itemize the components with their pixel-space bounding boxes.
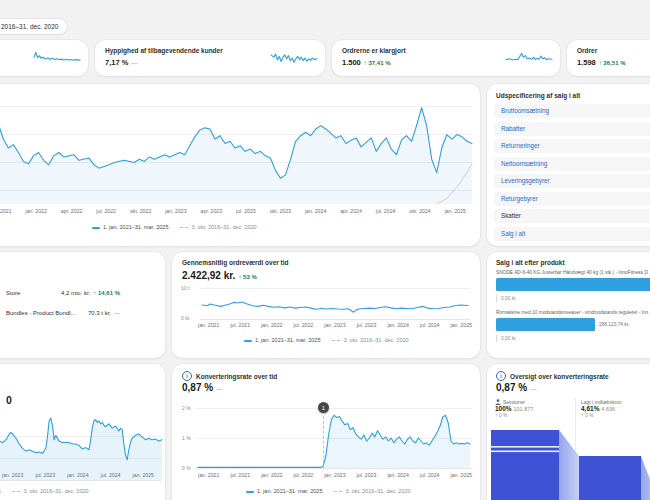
legend-previous-label: 3. okt. 2016–31. dec. 2020 (191, 224, 256, 230)
analytics-dashboard: 2016–31. dec. 2020 Hyppighed af tilbagev… (0, 0, 650, 500)
funnel-step-pct: 4,61% (581, 405, 599, 412)
aov-card: Gennemsnitlig ordreværdi over tid 2.422,… (172, 252, 480, 358)
axis-label: jan. 2024 (67, 472, 88, 478)
axis-label: jan. 2023 (2, 472, 23, 478)
axis-label: jan. 2021 (198, 322, 219, 328)
breakdown-item-bruttoomsaetning[interactable]: Bruttoomsætning (494, 104, 650, 118)
axis-label: jan. 2023 (324, 472, 345, 478)
breakdown-item-nettoomsaetning[interactable]: Nettoomsætning (494, 157, 650, 171)
breakdown-item-returgebyrer[interactable]: Returgebyrer (494, 192, 650, 206)
metric-card-orders-fulfilled[interactable]: Ordrerne er klargjort 1.500↑ 37,41 % (332, 40, 560, 76)
comparison-tail-line (0, 92, 472, 204)
conversion-rate-card: i Konverteringsrate over tid 0,87 %— 2 %… (172, 364, 480, 500)
breakdown-item-salg-i-alt[interactable]: Salg i alt (494, 227, 650, 241)
metric-delta: — (131, 60, 137, 66)
product-bar[interactable] (496, 318, 595, 331)
axis-label: jul. 2022 (96, 208, 116, 214)
axis-label: apr. 2023 (201, 208, 223, 214)
product-bar-value: 288.123,74 kr. (599, 322, 629, 327)
funnel-chart (491, 430, 650, 500)
marker-label: 1 (322, 405, 325, 411)
axis-label: 2021 (0, 208, 12, 214)
y-axis-label: 2 % (182, 405, 191, 411)
axis-label: jan. 2021 (198, 472, 219, 478)
info-icon[interactable]: i (496, 371, 506, 381)
breakdown-item-leveringsgebyrer[interactable]: Leveringsgebyrer (494, 174, 650, 188)
metric-value: 7,17 % (105, 58, 128, 67)
chart-legend: 1. jan. 2021–31. mar. 2025 3. okt. 2016–… (0, 488, 89, 494)
sparkline-chart (506, 50, 552, 66)
metric-value: 1.500 (342, 58, 361, 67)
funnel-value: 0,87 % (496, 382, 527, 393)
axis-label: apr. 2022 (61, 208, 83, 214)
axis-label: jul. 2023 (357, 472, 377, 478)
product-compare-value: 0,00 kr. (496, 335, 517, 342)
sales-by-product-card: Salg i alt efter produkt SNODE AD-6-40 K… (487, 252, 650, 358)
metric-card-returning-customers[interactable]: Hyppighed af tilbagevendende kunder 7,17… (95, 40, 325, 76)
axis-label: jul. 2022 (294, 322, 314, 328)
axis-label: jul. 2021 (230, 472, 250, 478)
axis-label: jul. 2024 (420, 322, 440, 328)
metric-title: Ordrerne er klargjort (342, 47, 406, 54)
sparkline-chart (271, 50, 317, 66)
conversion-line-chart (198, 408, 470, 468)
y-axis-label: 0 % (182, 465, 191, 471)
breakdown-item-skatter[interactable]: Skatter (494, 209, 650, 223)
y-axis-label-top: 10 t. (181, 285, 191, 291)
x-axis-labels: jan. 2023jul. 2023jan. 2024jul. 2024jan.… (2, 472, 154, 478)
x-axis-labels: jan. 2021jul. 2021jan. 2022jul. 2022jan.… (198, 322, 472, 328)
conversion-value: 0,87 % (182, 382, 213, 393)
aov-line-chart (202, 289, 468, 318)
product-sales-title: Salg i alt efter produkt (496, 259, 565, 266)
product-row-label: SNODE AD-6-40 KG Justerbar Håndvægt 40 k… (496, 270, 650, 275)
annotation-marker-pin[interactable]: 1 (318, 402, 329, 413)
x-axis-labels: 2021jan. 2022apr. 2022jul. 2022okt. 2022… (0, 208, 466, 214)
channel-row-delta: — (114, 310, 120, 316)
axis-label: jan. 2024 (387, 472, 408, 478)
axis-label: jan. 2024 (387, 322, 408, 328)
axis-label: jan. 2022 (25, 208, 46, 214)
product-compare-value: 0,00 kr. (496, 295, 517, 302)
bottom-left-chart-card: 0 jan. 2023jul. 2023jan. 2024jul. 2024ja… (0, 364, 165, 500)
funnel-transition (559, 430, 579, 500)
marker-line (323, 416, 324, 468)
metric-card-orders[interactable]: Ordrer 1.598↑ 26,51 % (567, 40, 650, 76)
product-bar[interactable] (496, 278, 650, 291)
legend-previous-label: 3. okt. 2016–31. dec. 2020 (23, 488, 88, 494)
metric-value: 1.598 (577, 58, 596, 67)
axis-label: jul. 2024 (101, 472, 121, 478)
channel-row-label[interactable]: Bundles - Product Bundl... (6, 310, 86, 316)
funnel-step-delta: ↑ 0 % (581, 412, 622, 418)
breakdown-list: Bruttoomsætning Rabatter Returneringer N… (494, 104, 650, 244)
info-icon[interactable]: i (182, 371, 192, 381)
axis-label: jul. 2023 (357, 322, 377, 328)
main-sales-chart-card: 2021jan. 2022apr. 2022jul. 2022okt. 2022… (0, 84, 480, 246)
conversion-overview-card: i Oversigt over konverteringsrate 0,87 %… (487, 364, 650, 500)
x-axis-labels: jan. 2021jul. 2021jan. 2022jul. 2022jan.… (198, 472, 472, 478)
legend-previous-swatch (332, 340, 340, 341)
metric-value-fragment: 0 (6, 394, 12, 406)
axis-label: jan. 2025 (451, 322, 472, 328)
axis-label: apr. 2024 (340, 208, 362, 214)
channel-row-delta: ↑ 14,61 % (93, 290, 120, 296)
date-range-chip[interactable]: 2016–31. dec. 2020 (0, 19, 67, 34)
axis-label: jan. 2023 (165, 208, 186, 214)
y-axis-label: 1 % (182, 435, 191, 441)
metric-title: Ordrer (577, 47, 597, 54)
conversion-delta: — (216, 386, 222, 392)
sales-channel-table-card: Store 4,2 mio. kr.↑ 14,61 % Bundles - Pr… (0, 252, 165, 358)
aov-title: Gennemsnitlig ordreværdi over tid (182, 259, 289, 266)
funnel-bar-cart[interactable] (579, 456, 641, 500)
metric-delta: ↑ 37,41 % (364, 60, 391, 66)
axis-label: jan. 2022 (261, 322, 282, 328)
funnel-delta: — (530, 386, 536, 392)
axis-label: jan. 2024 (305, 208, 326, 214)
chart-legend: 1. jan. 2021–31. mar. 2025 3. okt. 2016–… (246, 488, 411, 494)
funnel-bar-sessions[interactable] (491, 430, 559, 500)
legend-current-swatch (246, 491, 254, 493)
breakdown-item-rabatter[interactable]: Rabatter (494, 122, 650, 136)
metric-card-cut[interactable] (0, 40, 88, 76)
metric-title: Hyppighed af tilbagevendende kunder (105, 47, 223, 54)
breakdown-title: Udspecificering af salg i alt (496, 92, 580, 99)
breakdown-item-returneringer[interactable]: Returneringer (494, 139, 650, 153)
